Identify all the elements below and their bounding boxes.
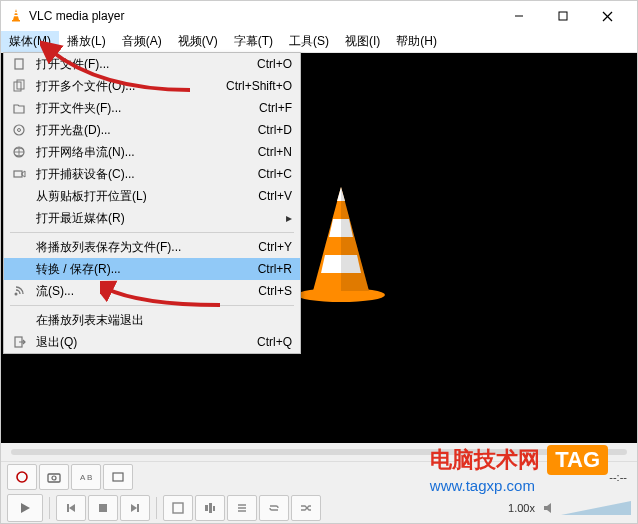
menu-item-shortcut: Ctrl+Shift+O: [226, 79, 292, 93]
menu-item[interactable]: 打开文件(F)...Ctrl+O: [4, 53, 300, 75]
svg-marker-0: [13, 9, 19, 20]
svg-rect-3: [14, 15, 19, 16]
watermark-tag: TAG: [547, 445, 608, 475]
menu-item-shortcut: Ctrl+F: [259, 101, 292, 115]
menu-item-label: 在播放列表末端退出: [36, 312, 292, 329]
speed-display: 1.00x: [508, 502, 535, 514]
menu-item-label: 打开光盘(D)...: [36, 122, 258, 139]
play-button[interactable]: [7, 494, 43, 522]
fullscreen-button[interactable]: [163, 495, 193, 521]
menu-help[interactable]: 帮助(H): [388, 31, 445, 52]
playlist-button[interactable]: [227, 495, 257, 521]
svg-marker-24: [131, 504, 137, 512]
svg-rect-29: [213, 506, 215, 511]
shuffle-button[interactable]: [291, 495, 321, 521]
record-button[interactable]: [7, 464, 37, 490]
minimize-button[interactable]: [497, 1, 541, 31]
menu-item[interactable]: 打开最近媒体(R)▸: [4, 207, 300, 229]
vlc-logo: [291, 183, 391, 303]
maximize-button[interactable]: [541, 1, 585, 31]
menu-item-shortcut: Ctrl+N: [258, 145, 292, 159]
svg-marker-21: [69, 504, 75, 512]
svg-point-16: [52, 476, 56, 480]
network-icon: [10, 144, 28, 160]
menu-item-shortcut: Ctrl+R: [258, 262, 292, 276]
prev-button[interactable]: [56, 495, 86, 521]
next-button[interactable]: [120, 495, 150, 521]
menu-item-shortcut: Ctrl+D: [258, 123, 292, 137]
menu-item[interactable]: 在播放列表末端退出: [4, 309, 300, 331]
menu-item[interactable]: 打开文件夹(F)...Ctrl+F: [4, 97, 300, 119]
menu-item[interactable]: 将播放列表保存为文件(F)...Ctrl+Y: [4, 236, 300, 258]
svg-rect-19: [113, 473, 123, 481]
volume-slider[interactable]: [561, 501, 631, 515]
menu-playback[interactable]: 播放(L): [59, 31, 114, 52]
file-icon: [10, 56, 28, 72]
stop-button[interactable]: [88, 495, 118, 521]
menu-item-label: 从剪贴板打开位置(L): [36, 188, 258, 205]
atob-button[interactable]: AB: [71, 464, 101, 490]
menu-item-label: 流(S)...: [36, 283, 258, 300]
menu-item-shortcut: Ctrl+Y: [258, 240, 292, 254]
blank-icon: [10, 261, 28, 277]
menu-item-shortcut: Ctrl+O: [257, 57, 292, 71]
svg-rect-40: [14, 171, 22, 177]
svg-rect-23: [99, 504, 107, 512]
svg-rect-2: [14, 12, 17, 13]
close-button[interactable]: [585, 1, 629, 31]
menubar: 媒体(M) 播放(L) 音频(A) 视频(V) 字幕(T) 工具(S) 视图(I…: [1, 31, 637, 53]
menu-tools[interactable]: 工具(S): [281, 31, 337, 52]
menu-item-shortcut: Ctrl+Q: [257, 335, 292, 349]
chevron-right-icon: ▸: [282, 211, 292, 225]
menu-item[interactable]: 打开光盘(D)...Ctrl+D: [4, 119, 300, 141]
menu-item-label: 退出(Q): [36, 334, 257, 351]
svg-marker-33: [544, 503, 551, 513]
ext-settings-button[interactable]: [195, 495, 225, 521]
menu-item[interactable]: 退出(Q)Ctrl+Q: [4, 331, 300, 353]
loop-button[interactable]: [259, 495, 289, 521]
folder-icon: [10, 100, 28, 116]
menu-item[interactable]: 打开网络串流(N)...Ctrl+N: [4, 141, 300, 163]
menu-item[interactable]: 从剪贴板打开位置(L)Ctrl+V: [4, 185, 300, 207]
separator: [156, 497, 157, 519]
menu-audio[interactable]: 音频(A): [114, 31, 170, 52]
menu-item[interactable]: 打开捕获设备(C)...Ctrl+C: [4, 163, 300, 185]
menu-subtitle[interactable]: 字幕(T): [226, 31, 281, 52]
svg-marker-20: [21, 503, 30, 513]
files-icon: [10, 78, 28, 94]
blank-icon: [10, 239, 28, 255]
menu-item[interactable]: 转换 / 保存(R)...Ctrl+R: [4, 258, 300, 280]
menu-view[interactable]: 视图(I): [337, 31, 388, 52]
svg-rect-1: [12, 20, 20, 22]
watermark-url: www.tagxp.com: [430, 477, 608, 494]
snapshot-button[interactable]: [39, 464, 69, 490]
blank-icon: [10, 188, 28, 204]
menu-item-shortcut: Ctrl+V: [258, 189, 292, 203]
menu-item-label: 将播放列表保存为文件(F)...: [36, 239, 258, 256]
svg-marker-13: [341, 187, 369, 291]
media-dropdown: 打开文件(F)...Ctrl+O打开多个文件(O)...Ctrl+Shift+O…: [3, 52, 301, 354]
svg-text:B: B: [87, 473, 92, 482]
window-title: VLC media player: [29, 9, 497, 23]
svg-text:A: A: [80, 473, 86, 482]
menu-video[interactable]: 视频(V): [170, 31, 226, 52]
menu-item-label: 转换 / 保存(R)...: [36, 261, 258, 278]
svg-rect-5: [559, 12, 567, 20]
capture-icon: [10, 166, 28, 182]
menu-item[interactable]: 打开多个文件(O)...Ctrl+Shift+O: [4, 75, 300, 97]
frame-step-button[interactable]: [103, 464, 133, 490]
quit-icon: [10, 334, 28, 350]
menu-item-label: 打开捕获设备(C)...: [36, 166, 258, 183]
titlebar: VLC media player: [1, 1, 637, 31]
menu-item-label: 打开网络串流(N)...: [36, 144, 258, 161]
app-icon: [9, 8, 23, 25]
svg-rect-34: [15, 59, 23, 69]
disc-icon: [10, 122, 28, 138]
separator: [49, 497, 50, 519]
svg-rect-25: [137, 504, 139, 512]
blank-icon: [10, 312, 28, 328]
menu-media[interactable]: 媒体(M): [1, 31, 59, 52]
svg-point-37: [14, 125, 24, 135]
mute-button[interactable]: [541, 502, 559, 514]
menu-item[interactable]: 流(S)...Ctrl+S: [4, 280, 300, 302]
